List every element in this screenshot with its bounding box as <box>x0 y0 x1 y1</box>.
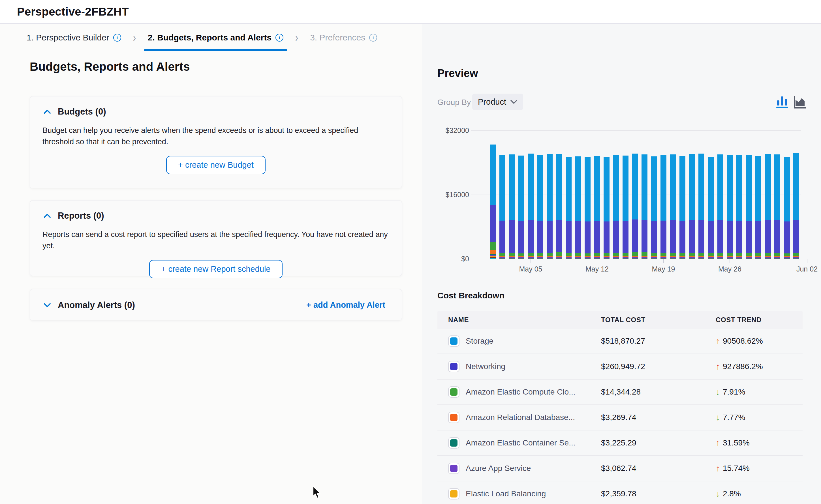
bar-segment <box>632 257 638 258</box>
create-budget-button[interactable]: + create new Budget <box>166 156 266 174</box>
cost-breakdown-title: Cost Breakdown <box>437 291 504 300</box>
bar-segment <box>651 257 657 258</box>
top-bar: Perspective-2FBZHT <box>0 0 821 24</box>
legend-swatch-icon <box>448 361 459 372</box>
chevron-up-icon[interactable] <box>44 109 51 115</box>
x-axis-label: May 05 <box>519 265 542 273</box>
row-total-cost: $3,269.74 <box>601 413 716 422</box>
bar-segment <box>584 258 590 258</box>
bar-segment <box>566 256 571 257</box>
create-report-schedule-button[interactable]: + create new Report schedule <box>149 260 282 278</box>
bar-segment <box>537 256 543 257</box>
table-row: Amazon Elastic Compute Clo...$14,344.28↓… <box>437 380 803 405</box>
bar-segment <box>765 258 771 258</box>
bar-segment <box>755 253 761 256</box>
bar-segment <box>680 258 686 259</box>
bar-segment <box>556 257 562 258</box>
bar-segment <box>727 221 733 253</box>
bar-segment <box>584 253 590 256</box>
add-anomaly-alert-link[interactable]: + add Anomaly Alert <box>306 300 385 310</box>
tab-separator-icon: › <box>133 31 136 44</box>
bar-segment <box>717 256 723 257</box>
bar-segment <box>784 256 790 257</box>
table-header-row: NAMETOTAL COSTCOST TREND <box>437 311 803 329</box>
chevron-down-icon <box>510 100 517 104</box>
bar-segment <box>490 145 496 206</box>
bar-segment <box>547 221 553 253</box>
bar-segment <box>575 253 581 256</box>
chevron-up-icon[interactable] <box>44 213 51 219</box>
bar-segment <box>670 258 676 259</box>
row-total-cost: $260,949.72 <box>601 362 716 371</box>
bar-segment <box>603 257 609 258</box>
bar-segment <box>727 258 733 258</box>
bar-segment <box>632 257 638 258</box>
reports-card-header[interactable]: Reports (0) <box>30 201 402 221</box>
bar-segment <box>717 220 723 253</box>
bar-segment <box>651 258 657 259</box>
stacked-bar <box>603 157 609 259</box>
bar-segment <box>518 257 524 258</box>
bar-segment <box>784 258 790 258</box>
bar-segment <box>499 257 505 258</box>
row-cost-trend: ↓7.77% <box>716 413 803 422</box>
tab-budgets-reports-and-alerts[interactable]: 2. Budgets, Reports and Alertsi <box>144 24 287 51</box>
bar-chart-icon[interactable] <box>776 95 790 109</box>
bar-segment <box>651 258 657 258</box>
group-by-select[interactable]: Product <box>472 94 523 110</box>
tab-separator-icon: › <box>295 31 298 44</box>
bar-segment <box>528 258 534 258</box>
y-axis-label: $32000 <box>446 126 469 135</box>
stacked-bar <box>661 155 667 259</box>
bar-segment <box>755 221 761 253</box>
bar-segment <box>490 257 496 258</box>
trend-down-arrow-icon: ↓ <box>716 413 720 422</box>
bar-segment <box>632 219 638 252</box>
area-chart-icon[interactable] <box>794 95 807 109</box>
bar-segment <box>518 258 524 258</box>
budgets-card-header[interactable]: Budgets (0) <box>30 96 402 117</box>
stacked-bar <box>717 154 723 259</box>
bar-segment <box>784 257 790 258</box>
info-icon[interactable]: i <box>276 34 283 42</box>
bar-segment <box>784 257 790 258</box>
bar-segment <box>518 253 524 256</box>
table-row: Amazon Relational Database...$3,269.74↓7… <box>437 405 803 430</box>
bar-segment <box>699 256 704 257</box>
reports-card: Reports (0) Reports can send a cost repo… <box>30 200 402 276</box>
bar-segment <box>566 157 571 221</box>
table-row: Storage$518,870.27↑90508.62% <box>437 329 803 354</box>
bar-segment <box>765 256 771 257</box>
bar-segment <box>490 255 496 256</box>
bar-segment <box>699 258 704 259</box>
bar-segment <box>518 221 524 253</box>
section-heading: Budgets, Reports and Alerts <box>30 60 190 74</box>
bar-segment <box>793 257 799 258</box>
info-icon[interactable]: i <box>369 34 377 42</box>
bar-segment <box>793 220 799 253</box>
bar-segment <box>499 221 505 253</box>
chevron-down-icon[interactable] <box>44 302 51 308</box>
bar-segment <box>623 257 629 258</box>
anomaly-card-header[interactable]: Anomaly Alerts (0) + add Anomaly Alert <box>30 289 402 321</box>
bar-segment <box>746 256 752 257</box>
bar-segment <box>537 258 543 259</box>
bar-segment <box>736 256 742 257</box>
x-axis-tick <box>807 259 807 263</box>
bar-segment <box>537 155 543 221</box>
bar-segment <box>632 258 638 258</box>
bar-segment <box>499 257 505 258</box>
bar-segment <box>793 258 799 258</box>
info-icon[interactable]: i <box>113 34 121 42</box>
bar-segment <box>537 253 543 256</box>
bar-segment <box>793 257 799 258</box>
tab-preferences[interactable]: 3. Preferencesi <box>306 24 381 51</box>
bar-segment <box>651 257 657 258</box>
bar-segment <box>746 221 752 253</box>
bar-segment <box>727 155 733 221</box>
bar-segment <box>708 221 714 253</box>
bar-segment <box>651 221 657 253</box>
bar-segment <box>547 257 553 258</box>
tab-perspective-builder[interactable]: 1. Perspective Builderi <box>23 24 125 51</box>
trend-up-arrow-icon: ↑ <box>716 336 720 346</box>
